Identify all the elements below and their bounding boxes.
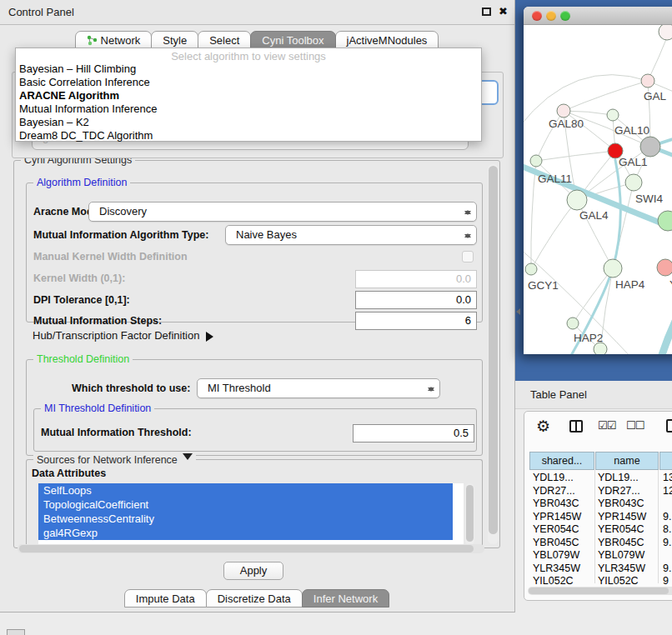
table-cell: YBL079W bbox=[598, 549, 644, 562]
attribute-item[interactable]: BetweennessCentrality bbox=[38, 512, 453, 526]
tab-cyni-toolbox[interactable]: Cyni Toolbox bbox=[250, 31, 335, 49]
tab-label: Infer Network bbox=[313, 590, 378, 608]
table-row[interactable]: YER054CYER054C8. bbox=[529, 523, 672, 537]
aracne-mode-combobox[interactable]: Discovery bbox=[88, 202, 477, 222]
close-panel-icon[interactable]: ✖ bbox=[499, 5, 508, 18]
network-node[interactable] bbox=[641, 74, 654, 88]
network-node[interactable] bbox=[658, 211, 672, 231]
network-node[interactable] bbox=[525, 263, 537, 275]
tab-impute-data[interactable]: Impute Data bbox=[124, 589, 207, 608]
network-node[interactable] bbox=[567, 190, 587, 210]
network-node[interactable] bbox=[607, 109, 619, 121]
network-edge bbox=[536, 151, 615, 161]
column-header[interactable]: name bbox=[595, 452, 659, 470]
settings-vertical-scrollbar[interactable] bbox=[488, 164, 499, 544]
tab-network[interactable]: Network bbox=[75, 31, 153, 49]
tab-label: Cyni Toolbox bbox=[262, 32, 323, 49]
cyni-mode-tabbar: Impute DataDiscretize DataInfer Network bbox=[0, 588, 514, 608]
algorithm-option[interactable]: Bayesian – K2 bbox=[16, 116, 481, 129]
algorithm-option[interactable]: Dream8 DC_TDC Algorithm bbox=[16, 129, 481, 142]
which-threshold-combobox[interactable]: MI Threshold bbox=[197, 378, 440, 398]
algorithm-definition-title: Algorithm Definition bbox=[33, 177, 130, 188]
algorithm-option[interactable]: Mutual Information Inference bbox=[16, 102, 481, 116]
bottom-left-widget-fragment bbox=[7, 629, 25, 635]
window-zoom-button[interactable] bbox=[560, 11, 570, 21]
table-panel-body: ⚙ ☑☑ ☐☐ shared...name YDL19...YDL19...13… bbox=[524, 411, 672, 601]
attribute-item[interactable]: gal4RGexp bbox=[38, 526, 453, 540]
network-node[interactable] bbox=[659, 25, 672, 40]
tab-style[interactable]: Style bbox=[151, 31, 198, 49]
tab-discretize-data[interactable]: Discretize Data bbox=[206, 589, 303, 608]
tab-label: Style bbox=[163, 32, 187, 49]
network-node[interactable] bbox=[625, 174, 642, 191]
column-header[interactable]: shared... bbox=[529, 452, 594, 470]
network-edge bbox=[648, 33, 669, 81]
window-minimize-button[interactable] bbox=[546, 11, 556, 21]
network-window-titlebar[interactable] bbox=[524, 7, 672, 25]
float-panel-icon[interactable] bbox=[482, 8, 491, 16]
tab-infer-network[interactable]: Infer Network bbox=[302, 589, 389, 608]
hub-definition-label: Hub/Transcription Factor Definition bbox=[33, 329, 199, 342]
mi-threshold-group-title: MI Threshold Definition bbox=[41, 402, 154, 414]
apply-button[interactable]: Apply bbox=[223, 562, 283, 580]
table-cell: YPR145W bbox=[533, 511, 581, 524]
network-node[interactable] bbox=[657, 259, 672, 276]
tab-select[interactable]: Select bbox=[198, 31, 251, 49]
table-row[interactable]: YPR145WYPR145W9. bbox=[529, 511, 672, 524]
mi-type-combobox[interactable]: Naive Bayes bbox=[225, 225, 477, 245]
deselect-all-checkboxes-icon[interactable]: ☐☐ bbox=[626, 419, 644, 432]
select-all-checkboxes-icon[interactable]: ☑☑ bbox=[598, 419, 615, 432]
table-cell: YPR145W bbox=[598, 511, 646, 524]
mi-type-value: Naive Bayes bbox=[236, 228, 297, 241]
network-node[interactable] bbox=[567, 318, 579, 329]
table-cell: YDR27... bbox=[533, 485, 575, 498]
sources-group: Sources for Network Inference Data Attri… bbox=[26, 459, 483, 549]
tab-label: Discretize Data bbox=[218, 590, 291, 608]
mi-threshold-field[interactable]: 0.5 bbox=[353, 424, 474, 442]
network-node[interactable] bbox=[604, 259, 622, 278]
tab-jactivemnodules[interactable]: jActiveMNodules bbox=[335, 31, 439, 49]
table-row[interactable]: YDL19...YDL19...13 bbox=[529, 472, 672, 485]
network-node[interactable] bbox=[530, 155, 542, 167]
table-row[interactable]: YBL079WYBL079W bbox=[529, 549, 672, 562]
algorithm-option[interactable]: Bayesian – Hill Climbing bbox=[16, 62, 481, 76]
tab-label: jActiveMNodules bbox=[347, 32, 428, 49]
algorithm-option[interactable]: ARACNE Algorithm bbox=[16, 89, 481, 102]
data-attributes-list: SelfLoopsTopologicalCoefficientBetweenne… bbox=[38, 483, 464, 545]
table-row[interactable]: YBR043CYBR043C bbox=[529, 498, 672, 511]
network-canvas[interactable]: GALGAL80GAL10GAL1GAL11GAL4SWI4GCY1HAP4YH… bbox=[524, 25, 672, 354]
attribute-item[interactable]: TopologicalCoefficient bbox=[38, 498, 453, 512]
table-cell: 9. bbox=[663, 511, 671, 524]
attribute-item[interactable]: SelfLoops bbox=[38, 483, 453, 498]
table-settings-gear-icon[interactable]: ⚙ bbox=[536, 417, 550, 435]
expander-arrow-icon bbox=[206, 332, 218, 342]
algorithm-option[interactable]: Basic Correlation Inference bbox=[16, 76, 481, 89]
collapse-arrow-icon bbox=[183, 453, 193, 465]
attributes-scrollbar[interactable] bbox=[465, 483, 474, 545]
control-panel-title: Control Panel bbox=[8, 0, 74, 25]
network-node[interactable] bbox=[557, 104, 570, 118]
manual-kernel-checkbox[interactable] bbox=[462, 251, 474, 262]
network-node[interactable] bbox=[640, 137, 660, 157]
threshold-definition-title: Threshold Definition bbox=[33, 353, 133, 365]
kernel-width-field[interactable]: 0.0 bbox=[355, 270, 477, 288]
node-label: HAP4 bbox=[615, 278, 645, 291]
table-cell: YER054C bbox=[598, 523, 644, 537]
settings-horizontal-scrollbar[interactable] bbox=[18, 544, 484, 553]
network-node[interactable] bbox=[594, 342, 607, 354]
column-layout-icon[interactable] bbox=[569, 420, 583, 432]
table-row[interactable]: YBR045CYBR045C9. bbox=[529, 537, 672, 550]
hub-definition-expander[interactable]: Hub/Transcription Factor Definition bbox=[33, 328, 218, 344]
network-edge bbox=[531, 200, 577, 269]
table-horizontal-scrollbar[interactable] bbox=[528, 587, 672, 595]
mi-threshold-label: Mutual Information Threshold: bbox=[41, 422, 192, 442]
table-row[interactable]: YLR345WYLR345W9. bbox=[529, 562, 672, 576]
panel-resize-handle-icon[interactable] bbox=[513, 308, 520, 315]
dpi-tolerance-field[interactable]: 0.0 bbox=[355, 291, 477, 309]
table-row[interactable]: YDR27...YDR27...12 bbox=[529, 485, 672, 498]
table-function-icon[interactable] bbox=[666, 419, 672, 432]
window-close-button[interactable] bbox=[532, 11, 542, 21]
mi-steps-field[interactable]: 6 bbox=[355, 312, 477, 330]
column-header[interactable] bbox=[659, 452, 672, 470]
tab-label: Impute Data bbox=[136, 590, 195, 608]
